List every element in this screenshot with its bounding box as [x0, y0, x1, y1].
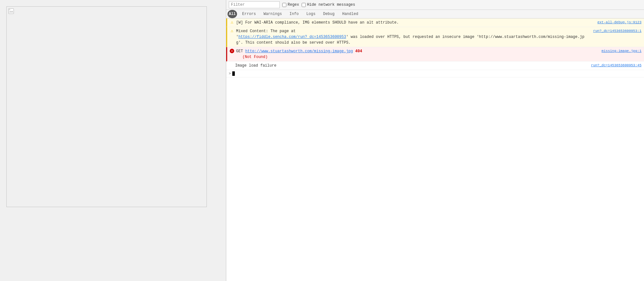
preview-box	[6, 6, 207, 207]
warning-icon-2: ⚠	[230, 29, 234, 33]
broken-image-icon	[8, 8, 14, 14]
message-text-wai-aria: [W] For WAI‑ARIA compliance, IMG element…	[236, 20, 595, 25]
message-text-image-load-failure: Image load failure	[235, 63, 589, 68]
get-url-link[interactable]: http://www.stuartashworth.com/missing-im…	[245, 49, 353, 54]
regex-checkbox-label[interactable]: Regex	[282, 3, 299, 7]
console-tabs: All Errors Warnings Info Logs Debug Hand…	[226, 10, 644, 18]
image-load-failure-text: Image load failure	[235, 63, 276, 68]
regex-label: Regex	[288, 3, 299, 7]
tab-debug[interactable]: Debug	[319, 10, 338, 18]
hide-network-label: Hide network messages	[307, 3, 355, 7]
hide-network-checkbox-label[interactable]: Hide network messages	[302, 3, 355, 7]
message-text-get-404: GET http://www.stuartashworth.com/missin…	[236, 48, 599, 60]
console-cursor	[232, 71, 235, 76]
message-mixed-content: ⚠ Mixed Content: The page at 'https://fi…	[226, 27, 644, 47]
regex-checkbox[interactable]	[282, 3, 286, 7]
message-source-wai-aria[interactable]: ext-all-debug.js:9123	[597, 20, 641, 25]
wai-aria-text: [W] For WAI‑ARIA compliance, IMG element…	[236, 20, 399, 25]
message-source-get-404[interactable]: missing-image.jpg:1	[602, 48, 641, 54]
message-image-load-failure: Image load failure run?_dc=1453653600953…	[226, 61, 644, 70]
status-not-found: (Not Found)	[236, 55, 268, 59]
get-prefix: GET	[236, 49, 245, 54]
status-404: 404	[355, 49, 362, 54]
tab-all[interactable]: All	[228, 10, 237, 18]
message-text-mixed-content: Mixed Content: The page at 'https://fidd…	[236, 28, 591, 46]
tab-handled[interactable]: Handled	[338, 10, 362, 18]
devtools-console: Regex Hide network messages All Errors W…	[226, 0, 644, 281]
console-messages: ⚠ [W] For WAI‑ARIA compliance, IMG eleme…	[226, 18, 644, 281]
no-icon-placeholder	[229, 63, 233, 68]
hide-network-checkbox[interactable]	[302, 3, 306, 7]
warning-icon-1: ⚠	[230, 20, 234, 25]
mixed-content-link[interactable]: https://fiddle.sencha.com/run?_dc=145365…	[238, 35, 346, 39]
preview-panel	[0, 0, 226, 281]
message-source-mixed-content[interactable]: run?_dc=1453653600953:1	[593, 28, 641, 34]
tab-info[interactable]: Info	[286, 10, 303, 18]
tab-logs[interactable]: Logs	[303, 10, 319, 18]
console-input-line[interactable]: >	[226, 70, 644, 77]
tab-warnings[interactable]: Warnings	[260, 10, 286, 18]
console-chevron: >	[229, 72, 231, 76]
message-source-image-load-failure[interactable]: run?_dc=1453653600953:45	[591, 63, 641, 68]
filter-input[interactable]	[229, 1, 280, 8]
message-wai-aria: ⚠ [W] For WAI‑ARIA compliance, IMG eleme…	[226, 18, 644, 27]
message-get-404: ✕ GET http://www.stuartashworth.com/miss…	[226, 47, 644, 61]
tab-errors[interactable]: Errors	[238, 10, 260, 18]
console-toolbar: Regex Hide network messages	[226, 0, 644, 10]
error-icon-1: ✕	[230, 49, 234, 53]
